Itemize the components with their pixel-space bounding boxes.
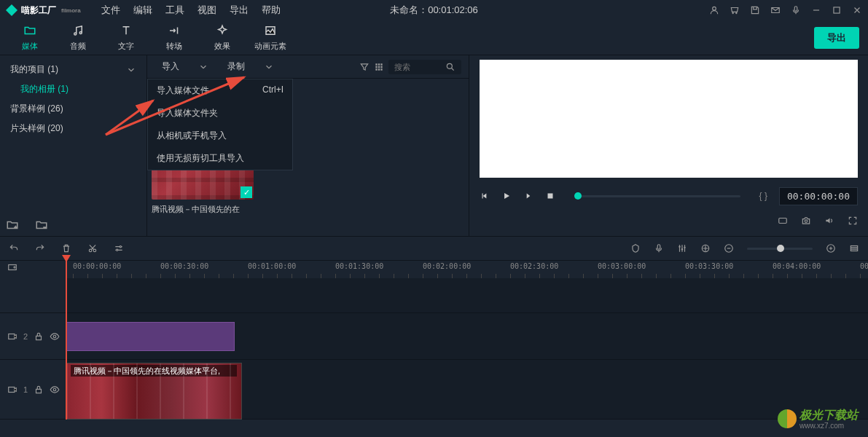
svg-point-12: [684, 247, 685, 248]
menu-file[interactable]: 文件: [101, 4, 120, 17]
undo-icon[interactable]: [9, 243, 19, 253]
add-track-icon[interactable]: [7, 262, 17, 272]
main-area: 我的项目 (1) 我的相册 (1) 背景样例 (26) 片头样例 (20) 导入…: [0, 55, 868, 236]
maximize-icon[interactable]: [832, 5, 842, 15]
preview-seekbar[interactable]: [574, 195, 740, 197]
ruler-mark: 00:03:00:00: [598, 262, 646, 270]
sidebar-bottom-actions: [6, 219, 48, 232]
clip-video[interactable]: 腾讯视频－中国领先的在线视频媒体平台,: [66, 363, 242, 420]
next-frame-icon[interactable]: [523, 191, 533, 201]
record-dropdown-button[interactable]: 录制: [220, 60, 281, 73]
tab-elements[interactable]: 动画元素: [246, 21, 294, 55]
marker-icon[interactable]: [630, 243, 641, 253]
visibility-icon[interactable]: [50, 385, 60, 395]
import-lossless-cut[interactable]: 使用无损剪切工具导入: [148, 147, 292, 170]
playhead[interactable]: [66, 261, 67, 420]
tab-audio[interactable]: 音频: [54, 21, 102, 55]
app-subname: filmora: [61, 7, 81, 14]
search-input[interactable]: [394, 63, 445, 71]
search-icon[interactable]: [445, 62, 455, 72]
tab-text[interactable]: 文字: [102, 21, 150, 55]
fit-to-screen-icon[interactable]: [849, 243, 859, 253]
clip-transition[interactable]: [66, 322, 235, 351]
import-media-file[interactable]: 导入媒体文件Ctrl+I: [148, 79, 292, 102]
menu-edit[interactable]: 编辑: [133, 4, 152, 17]
ruler-mark: 00:00:00:00: [73, 262, 121, 270]
sidebar-item-project[interactable]: 我的项目 (1): [0, 60, 146, 79]
volume-icon[interactable]: [824, 216, 834, 226]
delete-icon[interactable]: [61, 243, 71, 253]
document-title: 未命名：00:01:02:06: [390, 4, 478, 17]
play-icon[interactable]: [501, 191, 512, 201]
filter-icon[interactable]: [359, 62, 370, 72]
minimize-icon[interactable]: [811, 5, 821, 15]
visibility-icon[interactable]: [50, 331, 60, 342]
mixer-icon[interactable]: [677, 243, 687, 253]
transition-icon: [167, 24, 181, 37]
lock-icon[interactable]: [34, 385, 44, 395]
import-dropdown-menu: 导入媒体文件Ctrl+I 导入媒体文件夹 从相机或手机导入 使用无损剪切工具导入: [147, 79, 293, 170]
save-icon[interactable]: [750, 5, 760, 15]
ruler-mark: 00:00:30:00: [160, 262, 208, 270]
cut-icon[interactable]: [87, 243, 98, 253]
menu-view[interactable]: 视图: [198, 4, 216, 17]
render-icon[interactable]: [700, 243, 711, 253]
timeline-ruler[interactable]: 00:00:00:0000:00:30:0000:01:00:0000:01:3…: [0, 261, 868, 278]
preview-canvas[interactable]: [480, 60, 858, 178]
redo-icon[interactable]: [35, 243, 45, 253]
svg-point-10: [679, 246, 680, 248]
user-icon[interactable]: [709, 5, 719, 15]
braces-label[interactable]: { }: [759, 191, 767, 201]
sidebar-item-album[interactable]: 我的相册 (1): [0, 79, 146, 99]
sidebar-item-backgrounds[interactable]: 背景样例 (26): [0, 99, 146, 119]
sidebar-item-intros[interactable]: 片头样例 (20): [0, 119, 146, 138]
ruler-mark: 00:01:30:00: [335, 262, 383, 270]
cart-icon[interactable]: [730, 5, 740, 15]
tab-effects[interactable]: 效果: [198, 21, 246, 55]
zoom-slider[interactable]: [747, 248, 813, 250]
svg-point-2: [447, 63, 452, 68]
zoom-in-icon[interactable]: [826, 243, 836, 253]
prev-frame-icon[interactable]: [480, 191, 490, 201]
add-folder-icon[interactable]: [6, 219, 19, 232]
settings-icon[interactable]: [114, 243, 124, 253]
remove-folder-icon[interactable]: [35, 219, 48, 232]
snapshot-icon[interactable]: [801, 216, 811, 226]
menu-tools[interactable]: 工具: [165, 4, 184, 17]
close-icon[interactable]: [852, 5, 862, 15]
mail-icon[interactable]: [770, 5, 781, 15]
track-body-1[interactable]: 腾讯视频－中国领先的在线视频媒体平台,: [66, 360, 868, 419]
preview-panel: { } 00:00:00:00: [469, 55, 868, 236]
stop-icon[interactable]: [545, 191, 555, 201]
folder-icon: [23, 24, 37, 37]
tab-media[interactable]: 媒体: [6, 21, 54, 55]
grid-view-icon[interactable]: [374, 62, 384, 72]
lock-icon[interactable]: [34, 331, 44, 342]
voiceover-icon[interactable]: [654, 243, 664, 253]
svg-point-20: [53, 335, 56, 338]
media-panel: 导入 录制 导入媒体文件Ctrl+I 导入媒体文件夹 从相机或手机导入 使用无损…: [147, 55, 469, 236]
chevron-down-icon: [198, 62, 208, 72]
picture-icon: [263, 24, 278, 37]
zoom-out-icon[interactable]: [724, 243, 734, 253]
svg-rect-4: [779, 219, 787, 224]
seekbar-handle[interactable]: [574, 192, 582, 200]
zoom-handle[interactable]: [777, 245, 784, 252]
import-dropdown-button[interactable]: 导入: [155, 60, 216, 73]
search-box[interactable]: [388, 60, 461, 74]
quality-icon[interactable]: [778, 216, 788, 226]
preview-timecode[interactable]: 00:00:00:00: [779, 187, 858, 205]
tab-transition[interactable]: 转场: [150, 21, 198, 55]
import-from-device[interactable]: 从相机或手机导入: [148, 125, 292, 147]
menu-export[interactable]: 导出: [230, 4, 249, 17]
menu-help[interactable]: 帮助: [262, 4, 281, 17]
sparkle-icon: [215, 24, 230, 37]
svg-point-8: [120, 246, 121, 248]
mic-icon[interactable]: [791, 5, 801, 15]
fullscreen-icon[interactable]: [848, 216, 858, 226]
track-body-2[interactable]: [66, 313, 868, 359]
import-media-folder[interactable]: 导入媒体文件夹: [148, 102, 292, 125]
watermark: 极光下载站 www.xz7.com: [778, 408, 858, 430]
text-icon: [119, 24, 133, 37]
export-button[interactable]: 导出: [814, 27, 859, 49]
